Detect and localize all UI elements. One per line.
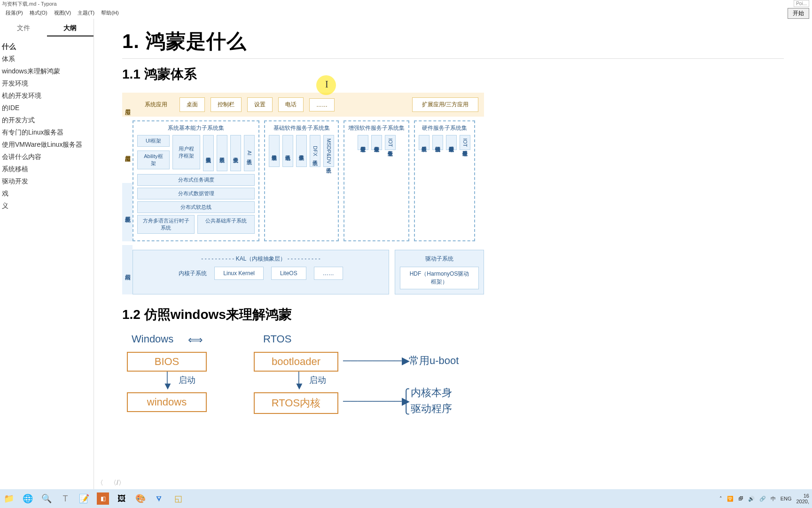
fw-vcol: 穿戴专有业务子系统 xyxy=(371,135,382,150)
fw-vcol: 生物特征识别子系统 xyxy=(432,135,443,150)
tray-date[interactable]: 2020, xyxy=(796,499,809,504)
outline-item[interactable]: 体系 xyxy=(0,53,94,65)
fw-box: Ability框架 xyxy=(137,151,170,169)
volume-icon[interactable]: 🔊 xyxy=(748,496,755,502)
bidir-arrow-icon: ⟺ xyxy=(188,334,203,346)
fw-vcol: 智慧屏专有业务子系统 xyxy=(358,135,368,150)
menu-format[interactable]: 格式(O) xyxy=(27,8,50,19)
menu-theme[interactable]: 主题(T) xyxy=(75,8,97,19)
fw-group-title: 硬件服务子系统集 xyxy=(419,124,470,132)
outline-item[interactable]: 驱动开发 xyxy=(0,175,94,188)
svc-box: 分布式任务调度 xyxy=(137,174,255,186)
kernel-sub-label: 内核子系统 xyxy=(179,270,207,278)
menu-help[interactable]: 帮助(H) xyxy=(98,8,121,19)
kernel-box: Linux Kernel xyxy=(214,267,264,280)
outline-item[interactable]: windows来理解鸿蒙 xyxy=(0,65,94,78)
fw-vcol: DFX子系统 xyxy=(310,135,320,167)
hdf-box: HDF（HarmonyOS驱动框架） xyxy=(400,267,479,289)
code-icon[interactable]: 〈/〉 xyxy=(110,479,125,487)
app-item: …… xyxy=(309,98,335,111)
menu-paragraph[interactable]: 段落(P) xyxy=(3,8,26,19)
d2-windows-label: Windows xyxy=(132,333,173,345)
outline-item[interactable]: 会讲什么内容 xyxy=(0,151,94,163)
fw-box: UI框架 xyxy=(137,135,170,147)
tray-up-icon[interactable]: ˄ xyxy=(719,496,722,502)
chrome-icon[interactable]: 🌐 xyxy=(22,492,34,505)
outline-item[interactable]: 系统移植 xyxy=(0,163,94,175)
outline-item[interactable]: 开发环境 xyxy=(0,78,94,90)
notepad-icon[interactable]: 📝 xyxy=(78,492,90,505)
fw-vcol: 图形子系统 xyxy=(217,135,227,171)
sidebar: 文件 大纲 什么 体系 windows来理解鸿蒙 开发环境 机的开发环境 的ID… xyxy=(0,19,94,489)
link-icon[interactable]: 🔗 xyxy=(759,496,766,502)
fw-vcol: 多媒体子系统 xyxy=(296,135,307,167)
outline-item[interactable]: 的开发方式 xyxy=(0,114,94,127)
layer-label-app: 应用层 xyxy=(122,93,133,117)
network-icon[interactable]: 🛜 xyxy=(727,496,734,502)
outline-item[interactable]: 使用VMWare做Linux服务器 xyxy=(0,139,94,151)
fw-group-title: 基础软件服务子系统集 xyxy=(269,124,334,132)
fw-vcol: 安全子系统 xyxy=(230,135,241,171)
back-icon[interactable]: 〈 xyxy=(97,479,103,487)
fw-vcol: MSDP&DV子系统 xyxy=(323,135,334,167)
app-icon[interactable]: ◱ xyxy=(172,492,184,505)
down-arrow-icon: ▼ xyxy=(163,380,173,392)
color-icon[interactable]: 🎨 xyxy=(134,492,147,505)
battery-icon[interactable]: 🗊 xyxy=(738,496,743,501)
layer-label-svc: 系统服务层 xyxy=(122,183,133,242)
outline-panel: 什么 体系 windows来理解鸿蒙 开发环境 机的开发环境 的IDE 的开发方… xyxy=(0,37,94,489)
fw-group-title: 增强软件服务子系统集 xyxy=(348,124,405,132)
doc-h2-2: 1.2 仿照windows来理解鸿蒙 xyxy=(122,306,784,324)
hr xyxy=(122,58,784,59)
svc-box: 方舟多语言运行时子系统 xyxy=(137,215,195,234)
right-arrow-icon: ────────▶ xyxy=(343,395,410,407)
everything-icon[interactable]: 🔍 xyxy=(40,492,53,505)
explorer-icon[interactable]: 📁 xyxy=(3,492,15,505)
app-item: 电话 xyxy=(278,97,304,112)
d2-bios-box: BIOS xyxy=(127,352,207,372)
harmony-arch-diagram: 应用层 系统应用 桌面 控制栏 设置 电话 …… 扩展应用/三方应用 应用框架层… xyxy=(122,93,484,294)
svc-box: 分布式数据管理 xyxy=(137,188,255,199)
app-item: 控制栏 xyxy=(211,97,242,112)
outline-item[interactable]: 什么 xyxy=(0,40,94,53)
text-cursor-icon: I xyxy=(325,79,328,90)
outline-item[interactable]: 机的开发环境 xyxy=(0,90,94,102)
d2-driver: 驱动程序 xyxy=(411,402,452,416)
drv-title: 驱动子系统 xyxy=(400,255,479,263)
typora-icon[interactable]: T xyxy=(59,492,71,505)
fw-vcol: 位置服务子系统 xyxy=(419,135,429,150)
doc-h2-1: 1.1 鸿蒙体系 xyxy=(122,65,784,83)
outline-item[interactable]: 戏 xyxy=(0,188,94,200)
app-icon[interactable]: ◧ xyxy=(97,492,109,505)
kernel-box: LiteOS xyxy=(271,267,306,280)
image-icon[interactable]: 🖼 xyxy=(116,492,128,505)
taskbar: 📁 🌐 🔍 T 📝 ◧ 🖼 🎨 ⛛ ◱ ˄ 🛜 🗊 🔊 🔗 中 ENG 16 2… xyxy=(0,489,812,508)
ime-indicator[interactable]: 中 xyxy=(771,495,776,502)
d2-rtos-label: RTOS xyxy=(263,333,291,345)
menu-view[interactable]: 视图(V) xyxy=(51,8,74,19)
d2-uboot-label: 常用u-boot xyxy=(409,354,459,368)
editor-content[interactable]: 1. 鸿蒙是什么 I 1.1 鸿蒙体系 应用层 系统应用 桌面 控制栏 设置 电… xyxy=(94,19,812,489)
d2-brace-icon: ⎧ xyxy=(402,389,410,401)
outline-item[interactable]: 义 xyxy=(0,200,94,212)
right-arrow-icon: ────────▶ xyxy=(343,355,410,367)
outline-item[interactable]: 的IDE xyxy=(0,102,94,114)
app-item: 桌面 xyxy=(180,97,205,112)
tab-files[interactable]: 文件 xyxy=(0,19,47,37)
svc-box: 分布式软总线 xyxy=(137,201,255,213)
app-item: 设置 xyxy=(247,97,273,112)
footer-nav: 〈 〈/〉 xyxy=(97,479,125,487)
svc-box: 公共基础库子系统 xyxy=(197,215,255,234)
start-button[interactable]: 开始 xyxy=(788,8,809,19)
fw-box: 用户程序框架 xyxy=(172,135,200,169)
lang-indicator[interactable]: ENG xyxy=(781,496,792,501)
d2-boot-label: 启动 xyxy=(179,374,195,386)
vscode-icon[interactable]: ⛛ xyxy=(153,492,165,505)
tab-outline[interactable]: 大纲 xyxy=(47,19,94,37)
app-ext: 扩展应用/三方应用 xyxy=(412,97,478,112)
fw-vcol: 穿戴专有硬件服务子系统 xyxy=(446,135,457,150)
tray-time[interactable]: 16 xyxy=(796,493,809,499)
outline-item[interactable]: 有专门的Linux服务器 xyxy=(0,127,94,139)
app-title: 系统应用 xyxy=(138,98,174,111)
d2-windows-box: windows xyxy=(127,392,207,412)
